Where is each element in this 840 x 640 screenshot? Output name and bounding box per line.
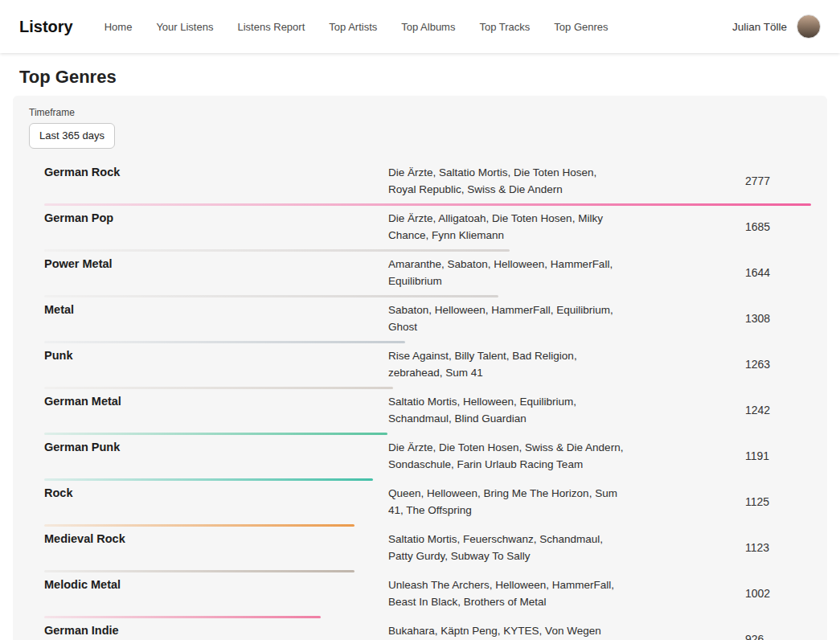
genre-artists: Saltatio Mortis, Feuerschwanz, Schandmau… — [388, 531, 626, 564]
genre-artists: Die Ärzte, Die Toten Hosen, Swiss & Die … — [388, 439, 626, 473]
genre-name: German Pop — [44, 210, 388, 227]
nav-link-top-artists[interactable]: Top Artists — [329, 21, 377, 33]
genre-name: German Indie — [44, 622, 388, 639]
genre-name: Metal — [44, 302, 388, 318]
genre-table: German Rock Die Ärzte, Saltatio Mortis, … — [29, 160, 811, 640]
genre-artists: Die Ärzte, Saltatio Mortis, Die Toten Ho… — [388, 164, 626, 198]
genre-name: Medieval Rock — [44, 531, 388, 548]
timeframe-select[interactable]: Last 365 days — [29, 123, 115, 149]
genre-name: German Metal — [44, 393, 388, 410]
genre-row: Rock Queen, Helloween, Bring Me The Hori… — [44, 481, 811, 527]
genre-artists: Sabaton, Helloween, HammerFall, Equilibr… — [388, 302, 626, 335]
genre-name: German Rock — [44, 164, 388, 181]
genre-artists: Die Ärzte, Alligatoah, Die Toten Hosen, … — [388, 210, 626, 244]
genre-count: 1685 — [745, 220, 811, 233]
avatar[interactable] — [797, 14, 821, 39]
genre-artists: Amaranthe, Sabaton, Helloween, HammerFal… — [388, 256, 626, 289]
genre-row: Melodic Metal Unleash The Archers, Hello… — [44, 572, 811, 618]
page-title: Top Genres — [19, 67, 840, 88]
genre-artists: Unleash The Archers, Helloween, HammerFa… — [388, 576, 626, 610]
app-logo[interactable]: Listory — [19, 18, 73, 36]
genre-artists: Queen, Helloween, Bring Me The Horizon, … — [388, 485, 626, 519]
nav-link-top-albums[interactable]: Top Albums — [401, 21, 455, 33]
genre-artists: Rise Against, Billy Talent, Bad Religion… — [388, 347, 626, 381]
genre-count: 1263 — [745, 358, 811, 371]
genre-row: German Punk Die Ärzte, Die Toten Hosen, … — [44, 435, 811, 481]
nav-link-listens-report[interactable]: Listens Report — [237, 21, 305, 33]
genre-count: 926 — [745, 633, 811, 640]
genre-row: Medieval Rock Saltatio Mortis, Feuerschw… — [44, 527, 811, 572]
genre-name: Rock — [44, 485, 388, 502]
genre-row: German Indie Bukahara, Käptn Peng, KYTES… — [44, 618, 811, 640]
genre-count: 1308 — [745, 312, 811, 325]
genre-name: Melodic Metal — [44, 576, 388, 593]
nav-link-top-genres[interactable]: Top Genres — [554, 21, 608, 33]
genre-count: 1644 — [745, 266, 811, 279]
genre-count: 1125 — [745, 495, 811, 508]
nav-link-top-tracks[interactable]: Top Tracks — [479, 21, 530, 33]
genre-row: German Metal Saltatio Mortis, Helloween,… — [44, 389, 811, 435]
genre-artists: Bukahara, Käptn Peng, KYTES, Von Wegen L… — [388, 622, 626, 640]
user-name[interactable]: Julian Tölle — [732, 21, 787, 33]
timeframe-section: Timeframe Last 365 days — [29, 107, 811, 149]
genre-count: 1242 — [745, 404, 811, 416]
genre-row: German Rock Die Ärzte, Saltatio Mortis, … — [44, 160, 811, 206]
genre-artists: Saltatio Mortis, Helloween, Equilibrium,… — [388, 393, 626, 427]
genre-row: Metal Sabaton, Helloween, HammerFall, Eq… — [44, 297, 811, 343]
navbar-user-area: Julian Tölle — [732, 14, 821, 39]
genre-count: 2777 — [745, 174, 811, 187]
nav-link-home[interactable]: Home — [104, 21, 133, 33]
genre-count: 1191 — [745, 449, 811, 462]
genre-row: Punk Rise Against, Billy Talent, Bad Rel… — [44, 343, 811, 389]
genre-count: 1123 — [745, 541, 811, 554]
genre-name: Punk — [44, 347, 388, 364]
timeframe-label: Timeframe — [29, 107, 811, 118]
genre-row: German Pop Die Ärzte, Alligatoah, Die To… — [44, 206, 811, 252]
nav-links: HomeYour ListensListens ReportTop Artist… — [104, 21, 608, 33]
genre-count: 1002 — [745, 587, 811, 600]
top-navbar: Listory HomeYour ListensListens ReportTo… — [0, 0, 840, 53]
nav-link-your-listens[interactable]: Your Listens — [156, 21, 213, 33]
genre-row: Power Metal Amaranthe, Sabaton, Hellowee… — [44, 252, 811, 297]
top-genres-card: Timeframe Last 365 days German Rock Die … — [13, 96, 827, 640]
genre-name: German Punk — [44, 439, 388, 456]
genre-name: Power Metal — [44, 256, 388, 273]
